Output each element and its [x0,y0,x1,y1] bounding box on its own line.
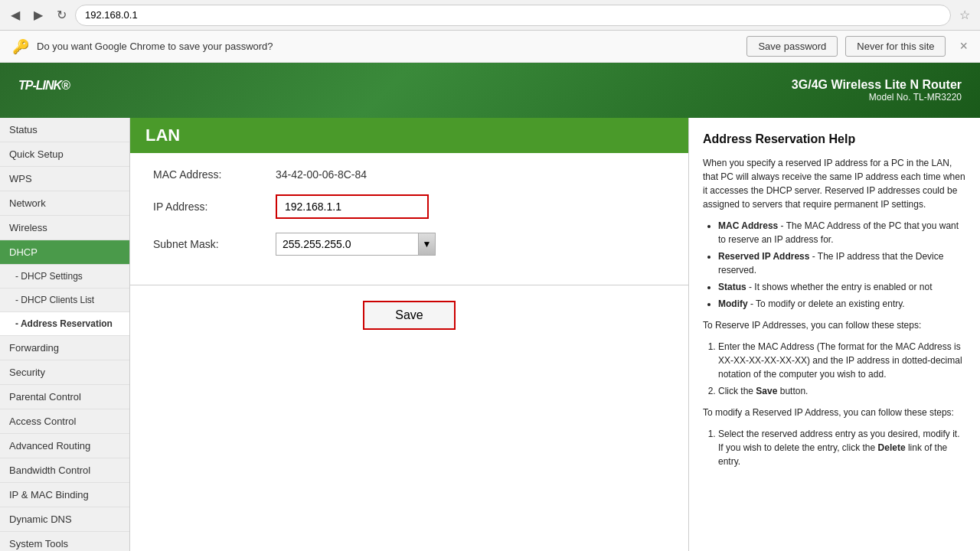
help-title: Address Reservation Help [703,130,966,148]
sidebar-item-ip-mac-binding[interactable]: IP & MAC Binding [0,483,129,507]
sidebar-item-bandwidth-control[interactable]: Bandwidth Control [0,458,129,483]
sidebar-item-dynamic-dns[interactable]: Dynamic DNS [0,507,129,532]
ip-address-row: IP Address: [153,194,665,219]
help-list-item: Status - It shows whether the entry is e… [718,280,966,294]
password-save-bar: 🔑 Do you want Google Chrome to save your… [0,31,980,63]
subnet-mask-row: Subnet Mask: 255.255.255.0 255.255.0.0 2… [153,233,665,256]
help-panel: Address Reservation Help When you specif… [689,118,980,551]
reserve-step: Enter the MAC Address (The format for th… [718,340,966,381]
router-page: TP-LINK® 3G/4G Wireless Lite N Router Mo… [0,63,980,551]
sidebar-item-dhcp-settings[interactable]: - DHCP Settings [0,265,129,289]
logo-text: TP-LINK [18,79,61,92]
page-title: LAN [130,118,688,153]
form-area: LAN MAC Address: 34-42-00-06-8C-84 IP Ad… [130,118,689,551]
sidebar-item-dhcp-clients[interactable]: - DHCP Clients List [0,289,129,312]
router-body: StatusQuick SetupWPSNetworkWirelessDHCP-… [0,118,980,551]
sidebar-item-wireless[interactable]: Wireless [0,216,129,240]
form-section: MAC Address: 34-42-00-06-8C-84 IP Addres… [130,153,688,285]
refresh-button[interactable]: ↻ [52,6,70,24]
password-bar-close-button[interactable]: × [959,38,968,54]
router-model-info: 3G/4G Wireless Lite N Router Model No. T… [792,78,962,103]
help-list-item: Modify - To modify or delete an existing… [718,297,966,311]
sidebar-item-status[interactable]: Status [0,118,129,142]
sidebar-item-quick-setup[interactable]: Quick Setup [0,142,129,167]
sidebar-item-system-tools[interactable]: System Tools [0,532,129,551]
model-name: 3G/4G Wireless Lite N Router [792,78,962,92]
select-arrow-icon: ▼ [418,233,435,255]
logo-reg: ® [61,79,70,92]
forward-button[interactable]: ▶ [29,6,47,24]
router-header: TP-LINK® 3G/4G Wireless Lite N Router Mo… [0,63,980,118]
modify-steps: Select the reserved address entry as you… [718,427,966,468]
password-save-message: Do you want Google Chrome to save your p… [37,41,739,52]
model-number: Model No. TL-MR3220 [792,92,962,103]
tp-link-logo: TP-LINK® [18,78,70,103]
back-button[interactable]: ◀ [6,6,24,24]
mac-address-value: 34-42-00-06-8C-84 [276,168,367,181]
never-for-site-button[interactable]: Never for this site [845,36,946,57]
url-bar[interactable] [75,5,951,26]
sidebar-item-advanced-routing[interactable]: Advanced Routing [0,434,129,458]
key-icon: 🔑 [12,38,29,55]
reserve-steps-title: To Reserve IP Addresses, you can follow … [703,318,966,332]
reserve-steps: Enter the MAC Address (The format for th… [718,340,966,398]
save-button[interactable]: Save [363,301,455,330]
reserve-step: Click the Save button. [718,384,966,398]
modify-steps-title: To modify a Reserved IP Address, you can… [703,406,966,419]
sidebar: StatusQuick SetupWPSNetworkWirelessDHCP-… [0,118,130,551]
mac-address-row: MAC Address: 34-42-00-06-8C-84 [153,168,665,181]
sidebar-item-dhcp[interactable]: DHCP [0,240,129,265]
sidebar-item-network[interactable]: Network [0,191,129,216]
sidebar-item-access-control[interactable]: Access Control [0,409,129,434]
sidebar-item-forwarding[interactable]: Forwarding [0,336,129,360]
sidebar-item-address-reservation[interactable]: - Address Reservation [0,312,129,336]
help-list-item: MAC Address - The MAC Address of the PC … [718,219,966,246]
save-section: Save [130,285,688,345]
mac-address-label: MAC Address: [153,168,276,181]
bookmark-button[interactable]: ☆ [956,6,974,24]
modify-step: Select the reserved address entry as you… [718,427,966,468]
save-password-button[interactable]: Save password [746,36,838,57]
help-list-item: Reserved IP Address - The IP address tha… [718,249,966,277]
ip-address-label: IP Address: [153,201,276,213]
main-content: LAN MAC Address: 34-42-00-06-8C-84 IP Ad… [130,118,980,551]
sidebar-item-wps[interactable]: WPS [0,167,129,191]
help-intro: When you specify a reserved IP address f… [703,156,966,211]
help-list: MAC Address - The MAC Address of the PC … [718,219,966,311]
subnet-select-wrap: 255.255.255.0 255.255.0.0 255.0.0.0 ▼ [276,233,436,256]
subnet-mask-label: Subnet Mask: [153,238,276,250]
sidebar-item-parental-control[interactable]: Parental Control [0,385,129,409]
ip-address-input[interactable] [276,194,429,219]
sidebar-item-security[interactable]: Security [0,360,129,385]
subnet-mask-select[interactable]: 255.255.255.0 255.255.0.0 255.0.0.0 [276,233,418,255]
browser-toolbar: ◀ ▶ ↻ ☆ [0,0,980,31]
